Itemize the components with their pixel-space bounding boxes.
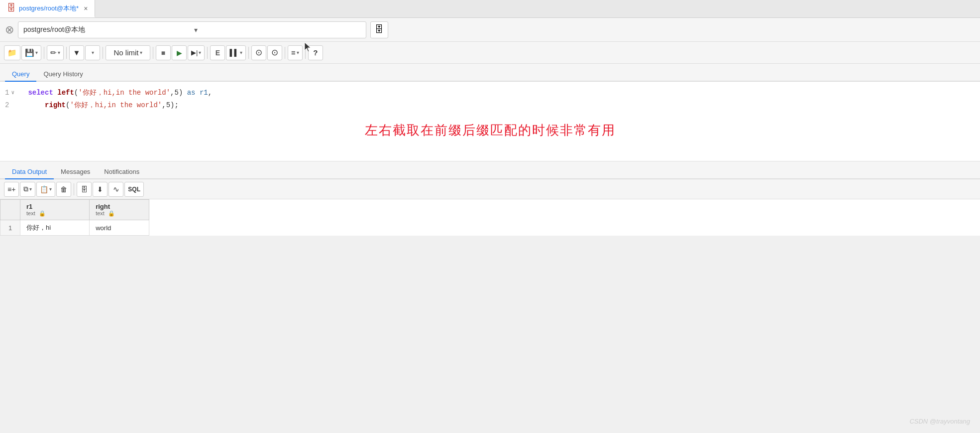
save-data-icon: 🗄 (81, 185, 88, 193)
rollback-button[interactable]: ⊙ (267, 45, 282, 60)
copy-chevron-icon: ▾ (29, 186, 32, 192)
code-line-2: right('你好，hi,in the world',5); (28, 99, 975, 112)
line-numbers: 1 ∨ 2 (0, 87, 23, 112)
explain-icon: E (216, 49, 220, 57)
download-icon: ⬇ (97, 185, 103, 193)
stop-icon: ■ (161, 49, 165, 57)
separator-2 (66, 47, 67, 59)
query-editor[interactable]: 1 ∨ 2 select left('你好，hi,in the world',5… (0, 82, 980, 161)
open-file-button[interactable]: 📁 (4, 45, 20, 60)
stop-button[interactable]: ■ (156, 45, 171, 60)
paste-icon: 📋 (40, 185, 48, 193)
main-tab[interactable]: 🗄 postgres/root@本地* × (0, 0, 95, 17)
delete-rows-button[interactable]: 🗑 (56, 182, 71, 197)
tab-notifications[interactable]: Notifications (97, 165, 146, 179)
filter-button[interactable]: ▼ (69, 45, 84, 60)
chart-chevron-icon: ▾ (240, 50, 242, 55)
results-tab-bar: Data Output Messages Notifications (0, 161, 980, 179)
explain-button[interactable]: E (210, 45, 225, 60)
chevron-down-icon: ▾ (194, 26, 361, 34)
paste-rows-button[interactable]: 📋 ▾ (36, 182, 55, 197)
edit-button[interactable]: ✏ ▾ (47, 45, 64, 60)
graph-button[interactable]: ∿ (109, 182, 123, 197)
connection-selector[interactable]: postgres/root@本地 ▾ (18, 21, 366, 38)
line-toggle-1[interactable]: ∨ (11, 88, 14, 98)
chart-icon: ▌▌ (229, 49, 238, 56)
result-sep-1 (74, 183, 74, 195)
col-right-name: right (96, 203, 143, 210)
tab-query[interactable]: Query (5, 67, 36, 82)
chart-button[interactable]: ▌▌ ▾ (226, 45, 245, 60)
connection-string: postgres/root@本地 (23, 25, 190, 34)
paste-chevron-icon: ▾ (49, 186, 52, 192)
filter-icon: ▼ (73, 48, 81, 57)
annotation-text: 左右截取在前缀后缀匹配的时候非常有用 (0, 112, 980, 144)
separator-6 (248, 47, 249, 59)
copy-icon: ⧉ (23, 185, 28, 193)
folder-icon: 📁 (7, 48, 17, 57)
col-r1-type: text 🔒 (26, 210, 83, 217)
tab-title: postgres/root@本地* (19, 4, 79, 13)
limit-chevron-icon: ▾ (140, 50, 142, 55)
copy-rows-button[interactable]: ⧉ ▾ (20, 182, 35, 197)
add-row-button[interactable]: ≡+ (4, 182, 19, 197)
tab-bar: 🗄 postgres/root@本地* × (0, 0, 980, 18)
tab-query-history[interactable]: Query History (36, 67, 90, 82)
separator-3 (103, 47, 103, 59)
query-tab-bar: Query Query History (0, 64, 980, 82)
main-toolbar: 📁 💾 ▾ ✏ ▾ ▼ ▾ No limit ▾ ■ ▶ ▶| ▾ E ▌▌ ▾… (0, 42, 980, 64)
save-data-button[interactable]: 🗄 (77, 182, 92, 197)
rollback-icon: ⊙ (271, 47, 278, 58)
col-right-type: text 🔒 (96, 210, 143, 217)
separator-1 (44, 47, 44, 59)
run-step-icon: ▶| (191, 49, 198, 56)
limit-selector[interactable]: No limit ▾ (106, 45, 150, 60)
disconnect-icon: ⊗ (5, 23, 14, 36)
tab-db-icon: 🗄 (7, 3, 16, 13)
run-step-button[interactable]: ▶| ▾ (188, 45, 205, 60)
download-button[interactable]: ⬇ (93, 182, 108, 197)
graph-icon: ∿ (113, 185, 119, 194)
code-area: 1 ∨ 2 select left('你好，hi,in the world',5… (0, 87, 980, 112)
row-num-cell: 1 (0, 220, 20, 236)
separator-4 (153, 47, 153, 59)
macros-icon: ≡ (291, 48, 296, 57)
help-icon: ? (313, 48, 318, 57)
mouse-cursor (304, 41, 313, 55)
macros-button[interactable]: ≡ ▾ (288, 45, 303, 60)
sql-label: SQL (128, 186, 140, 193)
cell-r1: 你好，hi (20, 220, 90, 236)
filter-down-icon: ▾ (92, 50, 94, 55)
save-button[interactable]: 💾 ▾ (21, 45, 41, 60)
line-number-2: 2 (5, 99, 18, 112)
col-r1-lock: 🔒 (39, 210, 46, 216)
tab-data-output[interactable]: Data Output (5, 165, 54, 179)
run-step-chevron-icon: ▾ (199, 50, 201, 55)
tab-messages[interactable]: Messages (54, 165, 97, 179)
no-limit-label: No limit (113, 48, 138, 57)
table-header-row: r1 text 🔒 right text 🔒 (0, 200, 149, 220)
col-r1-name: r1 (26, 203, 83, 210)
save-chevron-icon: ▾ (35, 50, 38, 55)
code-lines: select left('你好，hi,in the world',5) as r… (23, 87, 980, 112)
tab-close-button[interactable]: × (84, 4, 88, 12)
table-row: 1 你好，hi world (0, 220, 149, 236)
col-right-header: right text 🔒 (90, 200, 149, 220)
filter-chevron-button[interactable]: ▾ (85, 45, 100, 60)
edit-chevron-icon: ▾ (58, 50, 60, 55)
col-right-lock: 🔒 (108, 210, 115, 216)
save-icon: 💾 (25, 48, 34, 57)
sql-button[interactable]: SQL (124, 182, 144, 197)
pencil-icon: ✏ (50, 48, 57, 57)
code-line-1: select left('你好，hi,in the world',5) as r… (28, 87, 975, 99)
db-action-button[interactable]: 🗄 (370, 21, 388, 38)
data-table: r1 text 🔒 right text 🔒 1 你好，h (0, 199, 149, 236)
result-toolbar: ≡+ ⧉ ▾ 📋 ▾ 🗑 🗄 ⬇ ∿ SQL (0, 179, 980, 199)
run-button[interactable]: ▶ (172, 45, 187, 60)
separator-5 (207, 47, 208, 59)
cell-right: world (90, 220, 149, 236)
macros-chevron-icon: ▾ (297, 50, 299, 55)
connection-bar: ⊗ postgres/root@本地 ▾ 🗄 (0, 18, 980, 42)
commit-button[interactable]: ⊙ (251, 45, 266, 60)
col-r1-header: r1 text 🔒 (20, 200, 90, 220)
